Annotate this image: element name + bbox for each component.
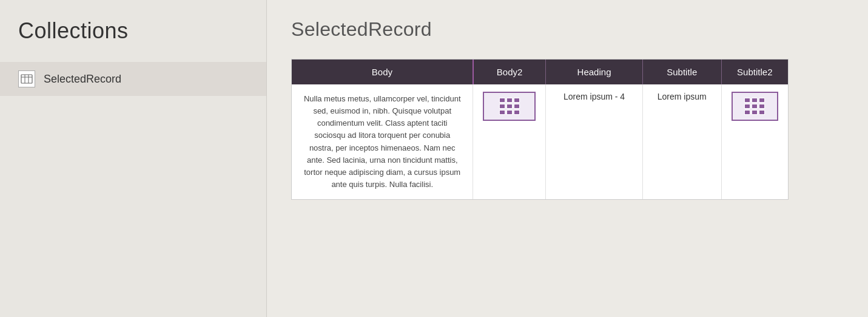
cell-heading: Lorem ipsum - 4 bbox=[546, 84, 643, 199]
cell-body: Nulla metus metus, ullamcorper vel, tinc… bbox=[292, 84, 473, 199]
cell-body2[interactable] bbox=[473, 84, 546, 199]
grid-icon-2 bbox=[744, 98, 765, 115]
table-icon bbox=[18, 70, 35, 87]
sidebar-item-selected-record[interactable]: SelectedRecord bbox=[0, 62, 266, 96]
subtitle2-grid-icon[interactable] bbox=[732, 92, 778, 121]
grid-icon bbox=[499, 98, 520, 115]
col-header-heading: Heading bbox=[546, 60, 643, 84]
col-header-body2: Body2 bbox=[473, 60, 546, 84]
col-header-body: Body bbox=[292, 60, 473, 84]
page-title: SelectedRecord bbox=[291, 18, 844, 41]
col-header-subtitle2: Subtitle2 bbox=[721, 60, 788, 84]
sidebar-item-label: SelectedRecord bbox=[44, 73, 121, 86]
cell-subtitle: Lorem ipsum bbox=[642, 84, 721, 199]
cell-subtitle2[interactable] bbox=[721, 84, 788, 199]
sidebar-title: Collections bbox=[0, 18, 266, 62]
svg-rect-0 bbox=[21, 75, 32, 83]
table-row: Nulla metus metus, ullamcorper vel, tinc… bbox=[292, 84, 788, 199]
data-table: Body Body2 Heading Subtitle Subtitle2 Nu… bbox=[291, 59, 789, 200]
body2-grid-icon[interactable] bbox=[483, 92, 536, 121]
sidebar: Collections SelectedRecord bbox=[0, 0, 267, 317]
col-header-subtitle: Subtitle bbox=[642, 60, 721, 84]
main-content: SelectedRecord Body Body2 Heading Subtit… bbox=[267, 0, 868, 317]
